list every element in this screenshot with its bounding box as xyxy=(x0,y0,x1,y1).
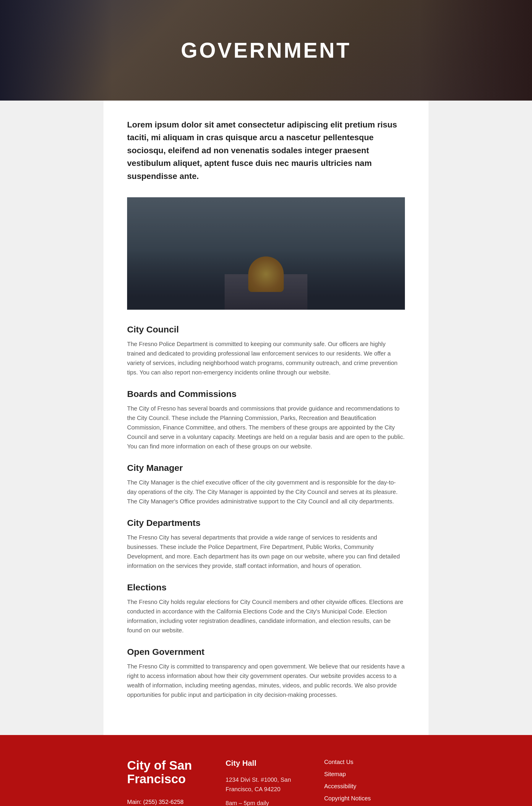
section-title: City Departments xyxy=(127,518,405,528)
section-title: Elections xyxy=(127,582,405,592)
content-card: Lorem ipsum dolor sit amet consectetur a… xyxy=(103,100,429,735)
footer-col-cityhall: City Hall 1234 Divi St. #1000, San Franc… xyxy=(226,759,306,806)
section-elections: Elections The Fresno City holds regular … xyxy=(127,582,405,635)
footer-address: 1234 Divi St. #1000, San Francisco, CA 9… xyxy=(226,775,306,794)
section-title: Boards and Commissions xyxy=(127,389,405,399)
footer-col-links: Contact UsSitemapAccessibilityCopyright … xyxy=(324,759,405,806)
footer: City of San Francisco Main: (255) 352-62… xyxy=(0,735,532,806)
footer-brand-name: City of San Francisco xyxy=(127,759,208,786)
section-body: The City of Fresno has several boards an… xyxy=(127,404,405,451)
footer-hours: 8am – 5pm daily xyxy=(226,800,306,806)
hero-title: GOVERNMENT xyxy=(181,38,351,62)
page-wrapper: GOVERNMENT Lorem ipsum dolor sit amet co… xyxy=(0,0,532,806)
footer-link-accessibility[interactable]: Accessibility xyxy=(324,783,405,790)
footer-link-copyright-notices[interactable]: Copyright Notices xyxy=(324,795,405,802)
footer-link-contact-us[interactable]: Contact Us xyxy=(324,759,405,766)
section-city-council: City Council The Fresno Police Departmen… xyxy=(127,325,405,377)
section-body: The Fresno Police Department is committe… xyxy=(127,339,405,377)
section-boards-commissions: Boards and Commissions The City of Fresn… xyxy=(127,389,405,451)
hero-buildings-right xyxy=(420,0,532,100)
footer-inner: City of San Francisco Main: (255) 352-62… xyxy=(103,759,429,806)
footer-contact-item: Main: (255) 352-6258 xyxy=(127,798,208,806)
footer-links: Contact UsSitemapAccessibilityCopyright … xyxy=(324,759,405,806)
section-body: The Fresno City holds regular elections … xyxy=(127,597,405,635)
footer-col-brand: City of San Francisco Main: (255) 352-62… xyxy=(127,759,208,806)
footer-link-sitemap[interactable]: Sitemap xyxy=(324,771,405,777)
section-open-government: Open Government The Fresno City is commi… xyxy=(127,647,405,699)
section-title: City Council xyxy=(127,325,405,334)
section-body: The City Manager is the chief executive … xyxy=(127,478,405,506)
hero-section: GOVERNMENT xyxy=(0,0,532,100)
sections-container: City Council The Fresno Police Departmen… xyxy=(127,325,405,699)
section-city-departments: City Departments The Fresno City has sev… xyxy=(127,518,405,571)
section-title: City Manager xyxy=(127,463,405,473)
hero-buildings-left xyxy=(0,0,112,100)
city-image xyxy=(127,197,405,310)
section-city-manager: City Manager The City Manager is the chi… xyxy=(127,463,405,506)
section-body: The Fresno City has several departments … xyxy=(127,533,405,571)
city-image-overlay xyxy=(127,197,405,310)
footer-contacts: Main: (255) 352-6258Clerk: (255) 352-625… xyxy=(127,798,208,806)
intro-text: Lorem ipsum dolor sit amet consectetur a… xyxy=(127,118,405,183)
footer-cityhall-title: City Hall xyxy=(226,759,306,768)
section-body: The Fresno City is committed to transpar… xyxy=(127,662,405,699)
section-title: Open Government xyxy=(127,647,405,657)
